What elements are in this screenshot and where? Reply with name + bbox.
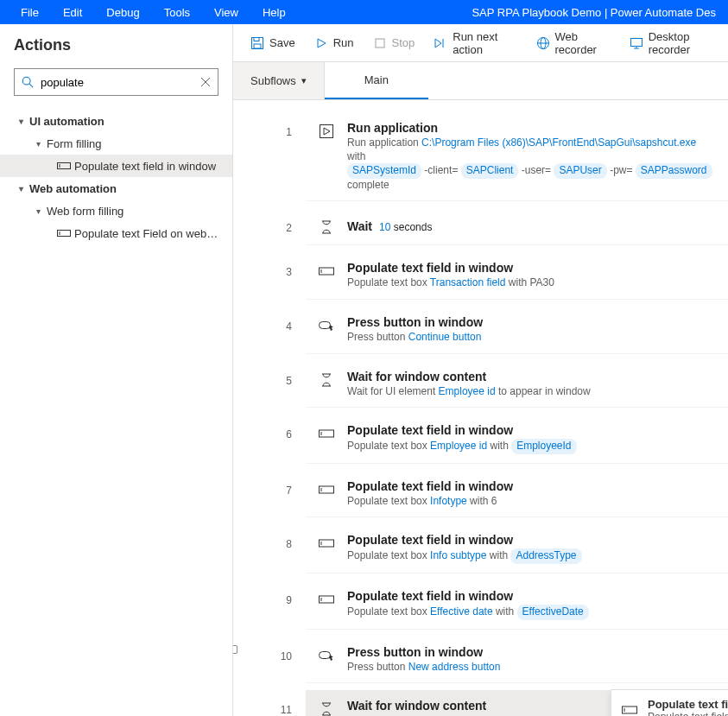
step-title: Populate text field in window: [347, 261, 716, 275]
save-button[interactable]: Save: [242, 31, 304, 55]
step-desc-part: Populate text box: [347, 605, 430, 618]
menu-debug[interactable]: Debug: [94, 6, 151, 19]
textfield-icon: [318, 425, 335, 442]
main-area: Save Run Stop Run next action Web record…: [233, 24, 728, 716]
tab-main[interactable]: Main: [325, 62, 428, 99]
step-desc-part: seconds: [390, 221, 432, 233]
step-title: Wait: [347, 219, 372, 233]
step-desc-part: with 6: [467, 495, 497, 507]
step-card[interactable]: Populate text field in windowPopulate te…: [306, 471, 728, 518]
step-desc-part: Press button: [347, 331, 408, 343]
wait-icon: [318, 371, 335, 389]
step-desc-part: SAPUser: [554, 163, 606, 179]
step-row[interactable]: 2Wait10 seconds: [233, 205, 728, 249]
step-card[interactable]: Wait for window contentWait for UI eleme…: [306, 361, 728, 409]
step-desc-part: Wait for UI element: [347, 385, 439, 397]
menu-help[interactable]: Help: [250, 6, 298, 19]
splitter-handle[interactable]: [233, 645, 237, 654]
svg-marker-22: [324, 128, 330, 135]
run-button[interactable]: Run: [306, 31, 363, 55]
step-desc: Populate text box Effective date with Ef…: [347, 605, 716, 620]
tree-populate-text-field[interactable]: Populate text field in window: [0, 155, 232, 177]
step-title: Press button in window: [347, 315, 716, 329]
step-desc-part: with: [487, 440, 511, 452]
step-desc: Wait for UI element Employee id to appea…: [347, 385, 716, 399]
tree-web-form-filling[interactable]: ▾ Web form filling: [0, 200, 232, 222]
wait-icon: [318, 700, 335, 716]
drag-card-title: Populate text field in window: [648, 698, 728, 711]
step-card[interactable]: Run applicationRun application C:\Progra…: [306, 112, 728, 201]
stop-button[interactable]: Stop: [364, 31, 424, 55]
svg-rect-18: [630, 38, 642, 46]
subflow-tabs: Subflows ▾ Main: [233, 62, 728, 100]
subflows-label: Subflows: [250, 74, 296, 87]
step-row[interactable]: 5Wait for window contentWait for UI elem…: [233, 358, 728, 412]
step-title: Press button in window: [347, 645, 716, 659]
step-desc-part: -user=: [518, 164, 554, 176]
step-desc: Populate text box Info subtype with Addr…: [347, 548, 716, 564]
step-desc: Populate text box Infotype with 6: [347, 495, 716, 509]
tree-label: UI automation: [29, 115, 104, 128]
step-desc-part: EmployeeId: [511, 439, 576, 454]
chevron-down-icon: ▾: [12, 117, 29, 126]
step-number: 10: [233, 633, 306, 662]
step-card[interactable]: Populate text field in windowPopulate te…: [306, 524, 728, 573]
menu-edit[interactable]: Edit: [51, 6, 94, 19]
menu-tools[interactable]: Tools: [152, 6, 202, 19]
tree-ui-automation[interactable]: ▾ UI automation: [0, 110, 232, 132]
step-card[interactable]: Press button in windowPress button Conti…: [306, 307, 728, 354]
svg-marker-11: [318, 39, 326, 48]
actions-header: Actions: [0, 24, 232, 61]
actions-panel: Actions ▾ UI automation ▾ Form filling: [0, 24, 233, 716]
play-icon: [314, 36, 328, 50]
step-row[interactable]: 10Press button in windowPress button New…: [233, 633, 728, 687]
step-number: 11: [233, 687, 306, 716]
clear-icon[interactable]: [193, 77, 218, 87]
tree-label: Populate text Field on web…: [74, 227, 218, 240]
step-card[interactable]: Press button in windowPress button New a…: [306, 637, 728, 684]
tree-form-filling[interactable]: ▾ Form filling: [0, 132, 232, 155]
step-row[interactable]: 6Populate text field in windowPopulate t…: [233, 411, 728, 467]
menu-file[interactable]: File: [9, 6, 51, 19]
step-desc-part: complete: [347, 179, 389, 191]
step-card[interactable]: Wait10 seconds: [306, 208, 728, 245]
step-icon: [434, 36, 447, 50]
svg-rect-8: [252, 37, 263, 48]
step-row[interactable]: 3Populate text field in windowPopulate t…: [233, 249, 728, 303]
step-row[interactable]: 9Populate text field in windowPopulate t…: [233, 577, 728, 633]
menu-bar: File Edit Debug Tools View Help SAP RPA …: [0, 0, 728, 24]
step-row[interactable]: 1Run applicationRun application C:\Progr…: [233, 109, 728, 205]
step-card[interactable]: Populate text field in windowPopulate te…: [306, 580, 728, 630]
step-row[interactable]: 7Populate text field in windowPopulate t…: [233, 467, 728, 522]
svg-rect-12: [376, 39, 384, 48]
run-next-button[interactable]: Run next action: [425, 25, 525, 61]
step-card[interactable]: Populate text field in windowPopulate te…: [306, 252, 728, 300]
desktop-recorder-button[interactable]: Desktop recorder: [621, 25, 728, 61]
step-row[interactable]: 4Press button in windowPress button Cont…: [233, 303, 728, 358]
step-desc-part: SAPClient: [461, 163, 519, 179]
step-desc-part: EffectiveDate: [517, 605, 589, 620]
svg-rect-10: [254, 44, 261, 48]
step-row[interactable]: 8Populate text field in windowPopulate t…: [233, 521, 728, 577]
step-number: 6: [233, 411, 306, 440]
step-card[interactable]: Populate text field in windowPopulate te…: [306, 415, 728, 464]
actions-search-input[interactable]: [41, 69, 193, 95]
web-recorder-button[interactable]: Web recorder: [528, 25, 619, 61]
step-number: 5: [233, 358, 306, 387]
svg-point-0: [22, 77, 30, 85]
tree-web-automation[interactable]: ▾ Web automation: [0, 177, 232, 200]
step-number: 8: [233, 521, 306, 550]
menu-view[interactable]: View: [202, 6, 250, 19]
step-desc-part: with PA30: [505, 276, 554, 288]
actions-search[interactable]: [14, 68, 218, 96]
step-desc-part: New address button: [408, 661, 501, 673]
tree-populate-web[interactable]: Populate text Field on web…: [0, 222, 232, 244]
wait-icon: [318, 219, 335, 236]
stop-label: Stop: [392, 36, 415, 49]
stop-icon: [373, 36, 387, 50]
step-desc-part: with: [493, 605, 517, 618]
textfield-icon: [55, 161, 73, 171]
step-desc-part: -client=: [421, 164, 461, 176]
subflows-dropdown[interactable]: Subflows ▾: [233, 62, 325, 99]
textfield-icon: [318, 481, 335, 498]
